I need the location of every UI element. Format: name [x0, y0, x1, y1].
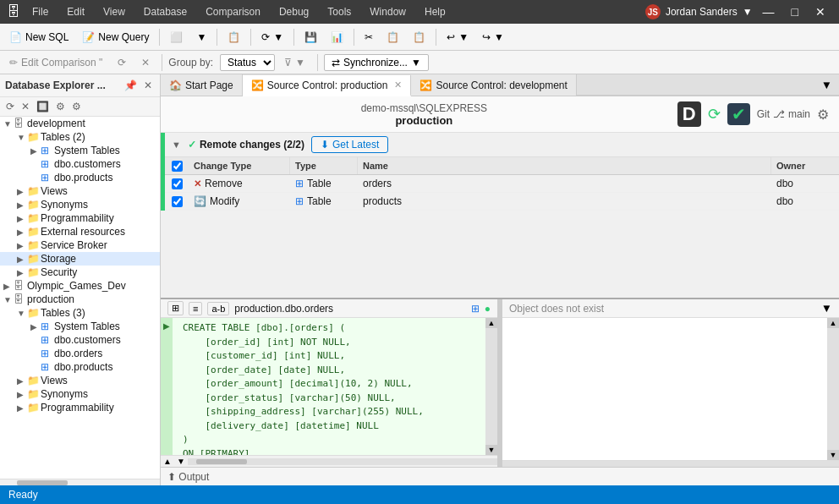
menu-edit[interactable]: Edit [60, 4, 91, 19]
tab-close-source-control-prod[interactable]: ✕ [394, 79, 402, 90]
toolbar-chart[interactable]: 📊 [325, 28, 349, 47]
sidebar-item-products-prod[interactable]: ▶ ⊞ dbo.products [0, 360, 160, 374]
table-row-orders[interactable]: ✕ Remove ⊞ Table orders dbo [165, 175, 839, 193]
sidebar-item-products-dev[interactable]: ▶ ⊞ dbo.products [0, 171, 160, 184]
toolbar-dropdown-1[interactable]: ▼ [190, 28, 212, 47]
sidebar-item-servicebroker-dev[interactable]: ▶ 📁 Service Broker [0, 238, 160, 252]
menu-database[interactable]: Database [137, 4, 194, 19]
sc-settings-button[interactable]: ⚙ [817, 107, 829, 123]
diff-left-hscrollbar[interactable] [188, 458, 497, 465]
toolbar-cut[interactable]: ✂ [359, 28, 379, 47]
menu-window[interactable]: Window [363, 4, 413, 19]
tab-overflow-button[interactable]: ▼ [814, 74, 839, 96]
toolbar-action-1[interactable]: ⬜ [164, 28, 189, 47]
user-dropdown-icon[interactable]: ▼ [743, 6, 753, 18]
menu-debug[interactable]: Debug [272, 4, 315, 19]
sidebar-label-tables-dev: Tables (2) [41, 131, 85, 143]
menu-view[interactable]: View [96, 4, 132, 19]
menu-file[interactable]: File [25, 4, 55, 19]
diff-left-hscroll-thumb[interactable] [196, 459, 247, 464]
diff-right-dropdown-btn[interactable]: ▼ [821, 302, 832, 315]
sidebar-item-security-dev[interactable]: ▶ 📁 Security [0, 266, 160, 279]
sidebar-more-button[interactable]: ⚙ [69, 99, 84, 114]
menu-help[interactable]: Help [418, 4, 452, 19]
table-row-products[interactable]: 🔄 Modify ⊞ Table products dbo [165, 193, 839, 211]
sidebar-item-customers-prod[interactable]: ▶ ⊞ dbo.customers [0, 333, 160, 347]
diff-left-nav-next[interactable]: ▼ [174, 456, 188, 467]
menu-comparison[interactable]: Comparison [199, 4, 267, 19]
diff-right-hscrollbar[interactable] [502, 460, 839, 467]
sidebar-item-orders-prod[interactable]: ▶ ⊞ dbo.orders [0, 347, 160, 360]
sidebar-filter-button[interactable]: 🔲 [34, 99, 52, 114]
changes-expander[interactable]: ▼ [172, 140, 181, 150]
sidebar-item-tables-dev[interactable]: ▼ 📁 Tables (2) [0, 130, 160, 144]
output-label[interactable]: ⬆ Output [167, 471, 209, 483]
toolbar-save[interactable]: 💾 [299, 28, 323, 47]
close-button[interactable]: ✕ [809, 3, 832, 20]
row-check-products[interactable] [165, 194, 189, 210]
sidebar-hscroll-thumb[interactable] [17, 480, 68, 485]
sidebar-pin-button[interactable]: 📌 [122, 78, 140, 93]
sc-db-button[interactable]: D [677, 101, 701, 127]
diff-left-gutter: ▶ [161, 318, 173, 455]
separator-3 [250, 29, 251, 46]
diff-left-scroll-up[interactable]: ▲ [485, 318, 497, 328]
new-sql-button[interactable]: 📄 New SQL [3, 28, 74, 47]
tab-source-control-dev[interactable]: 🔀 Source Control: development [411, 74, 576, 96]
group-by-select[interactable]: Status [220, 54, 275, 71]
sidebar-item-system-tables-dev[interactable]: ▶ ⊞ System Tables [0, 144, 160, 157]
get-latest-button[interactable]: ⬇ Get Latest [311, 136, 388, 153]
sidebar-item-development[interactable]: ▼ 🗄 development [0, 117, 160, 130]
diff-list-btn[interactable]: ≡ [189, 302, 202, 315]
sidebar-item-programmability-dev[interactable]: ▶ 📁 Programmability [0, 211, 160, 225]
sidebar-disconnect-button[interactable]: ✕ [19, 99, 32, 114]
tab-start-page[interactable]: 🏠 Start Page [161, 74, 243, 96]
diff-right-scroll-down[interactable]: ▼ [827, 450, 839, 460]
toolbar-copy2[interactable]: 📋 [381, 28, 405, 47]
toolbar-undo[interactable]: ↩▼ [441, 28, 474, 47]
toolbar-redo[interactable]: ↪▼ [476, 28, 510, 47]
diff-grid-btn[interactable]: ⊞ [167, 301, 184, 315]
sidebar-refresh-button[interactable]: ⟳ [3, 99, 17, 114]
sidebar-item-external-dev[interactable]: ▶ 📁 External resources [0, 225, 160, 238]
sidebar-item-views-dev[interactable]: ▶ 📁 Views [0, 184, 160, 198]
minimize-button[interactable]: — [756, 3, 781, 20]
tab-source-control-prod[interactable]: 🔀 Source Control: production ✕ [243, 75, 412, 96]
expand-arrow-system-tables-dev: ▶ [30, 146, 41, 156]
edit-comparison-button[interactable]: ✏ Edit Comparison " [3, 54, 108, 71]
diff-right-scroll-up[interactable]: ▲ [827, 318, 839, 328]
sidebar-item-synonyms-prod[interactable]: ▶ 📁 Synonyms [0, 387, 160, 401]
sidebar-item-views-prod[interactable]: ▶ 📁 Views [0, 374, 160, 387]
diff-left-nav-prev[interactable]: ▲ [161, 456, 174, 467]
diff-ab-btn[interactable]: a-b [207, 302, 229, 315]
sidebar-item-olympic[interactable]: ▶ 🗄 Olympic_Games_Dev [0, 279, 160, 293]
sc-refresh-button[interactable]: ⟳ [708, 105, 721, 123]
refresh-comparison-button[interactable]: ⟳ [112, 54, 132, 71]
row-checkbox-products[interactable] [172, 196, 183, 207]
sidebar-label-views-prod: Views [41, 375, 68, 386]
toolbar-copy[interactable]: 📋 [222, 28, 246, 47]
sidebar-close-button[interactable]: ✕ [141, 78, 155, 93]
select-all-checkbox[interactable] [172, 161, 183, 172]
row-check-orders[interactable] [165, 176, 189, 192]
sidebar-config-button[interactable]: ⚙ [53, 99, 68, 114]
new-query-button[interactable]: 📝 New Query [76, 28, 155, 47]
sidebar-item-customers-dev[interactable]: ▶ ⊞ dbo.customers [0, 157, 160, 171]
close-comparison-button[interactable]: ✕ [135, 54, 156, 71]
synchronize-button[interactable]: ⇄ Synchronize... ▼ [324, 54, 429, 71]
menu-tools[interactable]: Tools [321, 4, 358, 19]
sidebar-item-system-tables-prod[interactable]: ▶ ⊞ System Tables [0, 320, 160, 333]
sidebar-item-production[interactable]: ▼ 🗄 production [0, 293, 160, 306]
sc-commit-button[interactable]: ✔ [727, 103, 750, 125]
filter-button[interactable]: ⊽ ▼ [278, 54, 311, 71]
sidebar-hscrollbar[interactable] [0, 479, 160, 485]
sidebar-item-tables-prod[interactable]: ▼ 📁 Tables (3) [0, 306, 160, 320]
sidebar-item-synonyms-dev[interactable]: ▶ 📁 Synonyms [0, 198, 160, 211]
diff-left-scroll-down[interactable]: ▼ [485, 445, 497, 455]
row-checkbox-orders[interactable] [172, 178, 183, 189]
maximize-button[interactable]: □ [785, 3, 805, 20]
toolbar-refresh[interactable]: ⟳▼ [255, 28, 289, 47]
sidebar-item-programmability-prod[interactable]: ▶ 📁 Programmability [0, 401, 160, 414]
sidebar-item-storage-dev[interactable]: ▶ 📁 Storage [0, 252, 160, 266]
toolbar-paste[interactable]: 📋 [407, 28, 431, 47]
